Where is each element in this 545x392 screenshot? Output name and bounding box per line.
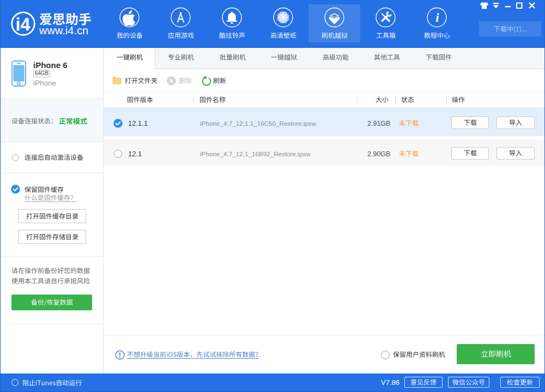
svg-text:i: i bbox=[435, 11, 439, 24]
